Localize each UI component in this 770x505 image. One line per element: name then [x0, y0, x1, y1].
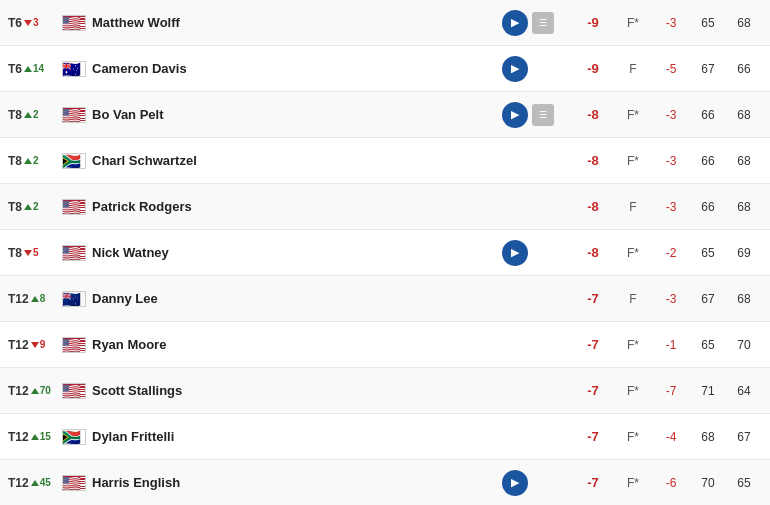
round2-score: 66 — [726, 62, 762, 76]
col-position: T128 — [8, 292, 56, 306]
country-flag — [62, 245, 86, 261]
arrow-up-icon — [31, 480, 39, 486]
col-position: T82 — [8, 154, 56, 168]
player-name[interactable]: Harris English — [92, 475, 502, 490]
round1-score: 65 — [690, 338, 726, 352]
round1-score: 71 — [690, 384, 726, 398]
round1-score: 65 — [690, 16, 726, 30]
col-position: T614 — [8, 62, 56, 76]
round1-score: 66 — [690, 200, 726, 214]
position-label: T12 — [8, 338, 29, 352]
col-icons: ▶☰ — [502, 10, 572, 36]
col-flag — [56, 475, 92, 491]
player-name[interactable]: Charl Schwartzel — [92, 153, 502, 168]
round-status: F* — [614, 154, 652, 168]
today-score: -3 — [652, 154, 690, 168]
video-icon[interactable]: ▶ — [502, 10, 528, 36]
video-icon[interactable]: ▶ — [502, 56, 528, 82]
move-indicator: 5 — [24, 247, 39, 258]
position-label: T6 — [8, 62, 22, 76]
table-row: T129Ryan Moore-7F*-16570 — [0, 322, 770, 368]
player-name[interactable]: Danny Lee — [92, 291, 502, 306]
col-flag — [56, 291, 92, 307]
position-label: T8 — [8, 154, 22, 168]
position-label: T12 — [8, 430, 29, 444]
today-score: -5 — [652, 62, 690, 76]
move-number: 15 — [40, 431, 51, 442]
col-position: T129 — [8, 338, 56, 352]
col-position: T1270 — [8, 384, 56, 398]
today-score: -3 — [652, 16, 690, 30]
total-score: -7 — [572, 429, 614, 444]
round2-score: 69 — [726, 246, 762, 260]
col-flag — [56, 429, 92, 445]
player-name[interactable]: Dylan Frittelli — [92, 429, 502, 444]
video-icon[interactable]: ▶ — [502, 240, 528, 266]
total-score: -7 — [572, 291, 614, 306]
move-number: 5 — [33, 247, 39, 258]
move-indicator: 2 — [24, 201, 39, 212]
round1-score: 66 — [690, 108, 726, 122]
position-label: T8 — [8, 246, 22, 260]
table-row: T82Patrick Rodgers-8F-36668 — [0, 184, 770, 230]
video-icon[interactable]: ▶ — [502, 470, 528, 496]
today-score: -6 — [652, 476, 690, 490]
arrow-down-icon — [31, 342, 39, 348]
round2-score: 68 — [726, 292, 762, 306]
player-name[interactable]: Cameron Davis — [92, 61, 502, 76]
today-score: -3 — [652, 200, 690, 214]
video-icon[interactable]: ▶ — [502, 102, 528, 128]
player-name[interactable]: Nick Watney — [92, 245, 502, 260]
country-flag — [62, 199, 86, 215]
arrow-up-icon — [24, 112, 32, 118]
round-status: F* — [614, 246, 652, 260]
player-name[interactable]: Ryan Moore — [92, 337, 502, 352]
country-flag — [62, 291, 86, 307]
player-name[interactable]: Matthew Wolff — [92, 15, 502, 30]
country-flag — [62, 429, 86, 445]
player-name[interactable]: Patrick Rodgers — [92, 199, 502, 214]
round1-score: 68 — [690, 430, 726, 444]
player-name[interactable]: Bo Van Pelt — [92, 107, 502, 122]
table-row: T128Danny Lee-7F-36768 — [0, 276, 770, 322]
round2-score: 68 — [726, 154, 762, 168]
today-score: -3 — [652, 292, 690, 306]
table-row: T82Bo Van Pelt▶☰-8F*-36668 — [0, 92, 770, 138]
today-score: -4 — [652, 430, 690, 444]
position-label: T8 — [8, 108, 22, 122]
move-number: 2 — [33, 155, 39, 166]
total-score: -8 — [572, 107, 614, 122]
table-row: T85Nick Watney▶-8F*-26569 — [0, 230, 770, 276]
round-status: F — [614, 200, 652, 214]
round2-score: 67 — [726, 430, 762, 444]
scorecard-icon[interactable]: ☰ — [532, 12, 554, 34]
col-position: T82 — [8, 200, 56, 214]
table-row: T1215Dylan Frittelli-7F*-46867 — [0, 414, 770, 460]
arrow-up-icon — [24, 204, 32, 210]
position-label: T12 — [8, 384, 29, 398]
round1-score: 66 — [690, 154, 726, 168]
col-icons: ▶☰ — [502, 102, 572, 128]
round2-score: 70 — [726, 338, 762, 352]
move-indicator: 8 — [31, 293, 46, 304]
player-name[interactable]: Scott Stallings — [92, 383, 502, 398]
move-indicator: 15 — [31, 431, 51, 442]
move-number: 70 — [40, 385, 51, 396]
total-score: -8 — [572, 199, 614, 214]
move-number: 45 — [40, 477, 51, 488]
country-flag — [62, 15, 86, 31]
move-number: 8 — [40, 293, 46, 304]
round-status: F* — [614, 476, 652, 490]
scorecard-icon[interactable]: ☰ — [532, 104, 554, 126]
col-flag — [56, 383, 92, 399]
country-flag — [62, 107, 86, 123]
col-icons: ▶ — [502, 240, 572, 266]
table-row: T1245Harris English▶-7F*-67065 — [0, 460, 770, 505]
total-score: -9 — [572, 15, 614, 30]
round-status: F* — [614, 108, 652, 122]
total-score: -8 — [572, 245, 614, 260]
position-label: T12 — [8, 292, 29, 306]
move-indicator: 3 — [24, 17, 39, 28]
col-flag — [56, 199, 92, 215]
col-flag — [56, 61, 92, 77]
